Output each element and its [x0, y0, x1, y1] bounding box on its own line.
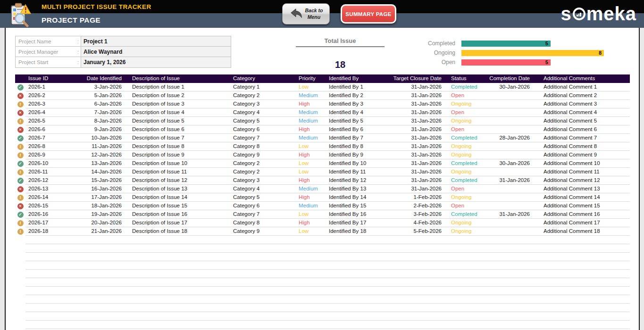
cell-description[interactable]: Description of Issue 16: [125, 210, 230, 219]
cell-description[interactable]: Description of Issue 12: [125, 176, 230, 185]
cell-priority[interactable]: Low: [296, 142, 326, 151]
cell-category[interactable]: Category 7: [230, 210, 296, 219]
cell-completion_date[interactable]: 30-Jan-2026: [489, 83, 533, 91]
cell-status[interactable]: Ongoing: [445, 227, 489, 236]
cell-comments[interactable]: Additional Comment 16: [533, 210, 630, 219]
cell-completion_date[interactable]: [489, 219, 533, 227]
cell-target_date[interactable]: 31-Jan-2026: [385, 100, 445, 108]
cell-target_date[interactable]: 31-Jan-2026: [385, 176, 445, 185]
cell-completion_date[interactable]: [489, 125, 533, 134]
cell-status[interactable]: Ongoing: [445, 117, 489, 125]
cell-id[interactable]: 2026-6: [25, 125, 69, 134]
cell-completion_date[interactable]: [489, 185, 533, 193]
cell-status[interactable]: Completed: [445, 176, 489, 185]
cell-description[interactable]: Description of Issue 15: [125, 202, 230, 210]
empty-row[interactable]: [25, 244, 630, 253]
empty-row[interactable]: [25, 321, 630, 329]
cell-priority[interactable]: Medium: [296, 185, 326, 193]
cell-comments[interactable]: Additional Comment 5: [533, 117, 630, 125]
cell-priority[interactable]: Low: [296, 210, 326, 219]
summary-page-button[interactable]: SUMMARY PAGE: [341, 4, 396, 24]
cell-date_identified[interactable]: 17-Jan-2026: [69, 193, 125, 202]
cell-comments[interactable]: Additional Comment 14: [533, 193, 630, 202]
cell-status[interactable]: Completed: [445, 83, 489, 91]
cell-completion_date[interactable]: 28-Jan-2026: [489, 134, 533, 142]
cell-comments[interactable]: Additional Comment 10: [533, 159, 630, 168]
cell-completion_date[interactable]: [489, 151, 533, 159]
cell-id[interactable]: 2026-12: [25, 176, 69, 185]
cell-category[interactable]: Category 4: [230, 185, 296, 193]
cell-description[interactable]: Description of Issue 2: [125, 91, 230, 100]
cell-description[interactable]: Description of Issue 10: [125, 159, 230, 168]
cell-category[interactable]: Category 6: [230, 125, 296, 134]
cell-category[interactable]: Category 5: [230, 117, 296, 125]
cell-id[interactable]: 2026-2: [25, 91, 69, 100]
cell-date_identified[interactable]: 18-Jan-2026: [69, 202, 125, 210]
empty-row[interactable]: [25, 304, 630, 312]
cell-comments[interactable]: Additional Comment 18: [533, 227, 630, 236]
cell-priority[interactable]: Medium: [296, 134, 326, 142]
cell-category[interactable]: Category 1: [230, 83, 296, 91]
cell-status[interactable]: Ongoing: [445, 219, 489, 227]
cell-category[interactable]: Category 2: [230, 91, 296, 100]
cell-date_identified[interactable]: 20-Jan-2026: [69, 219, 125, 227]
cell-target_date[interactable]: 31-Jan-2026: [385, 185, 445, 193]
cell-comments[interactable]: Additional Comment 9: [533, 151, 630, 159]
cell-target_date[interactable]: 31-Jan-2026: [385, 159, 445, 168]
cell-priority[interactable]: High: [296, 125, 326, 134]
cell-description[interactable]: Description of Issue 5: [125, 117, 230, 125]
cell-date_identified[interactable]: 14-Jan-2026: [69, 168, 125, 176]
cell-target_date[interactable]: 31-Jan-2026: [385, 151, 445, 159]
cell-category[interactable]: Category 8: [230, 142, 296, 151]
cell-date_identified[interactable]: 8-Jan-2026: [69, 117, 125, 125]
cell-priority[interactable]: Low: [296, 83, 326, 91]
cell-completion_date[interactable]: [489, 117, 533, 125]
cell-comments[interactable]: Additional Comment 4: [533, 108, 630, 117]
cell-completion_date[interactable]: 30-Jan-2026: [489, 159, 533, 168]
cell-comments[interactable]: Additional Comment 3: [533, 100, 630, 108]
project-info-value[interactable]: Alice Waynard: [81, 47, 231, 57]
cell-category[interactable]: Category 2: [230, 159, 296, 168]
project-info-value[interactable]: January 1, 2026: [81, 57, 231, 67]
cell-identified_by[interactable]: Identified By 5: [326, 117, 385, 125]
cell-description[interactable]: Description of Issue 11: [125, 168, 230, 176]
cell-status[interactable]: Completed: [445, 210, 489, 219]
cell-id[interactable]: 2026-5: [25, 117, 69, 125]
empty-row[interactable]: [25, 236, 630, 244]
cell-target_date[interactable]: 2-Feb-2026: [385, 202, 445, 210]
cell-comments[interactable]: Additional Comment 2: [533, 91, 630, 100]
cell-description[interactable]: Description of Issue 4: [125, 108, 230, 117]
cell-id[interactable]: 2026-4: [25, 108, 69, 117]
cell-target_date[interactable]: 4-Feb-2026: [385, 219, 445, 227]
cell-identified_by[interactable]: Identified By 10: [326, 159, 385, 168]
cell-description[interactable]: Description of Issue 7: [125, 134, 230, 142]
cell-comments[interactable]: Additional Comment 6: [533, 125, 630, 134]
cell-category[interactable]: Category 8: [230, 219, 296, 227]
cell-target_date[interactable]: 31-Jan-2026: [385, 83, 445, 91]
cell-identified_by[interactable]: Identified By 11: [326, 168, 385, 176]
empty-row[interactable]: [25, 261, 630, 270]
cell-completion_date[interactable]: [489, 142, 533, 151]
cell-id[interactable]: 2026-16: [25, 210, 69, 219]
cell-target_date[interactable]: 31-Jan-2026: [385, 142, 445, 151]
cell-comments[interactable]: Additional Comment 1: [533, 83, 630, 91]
cell-completion_date[interactable]: [489, 193, 533, 202]
empty-row[interactable]: [25, 278, 630, 287]
cell-description[interactable]: Description of Issue 1: [125, 83, 230, 91]
cell-target_date[interactable]: 31-Jan-2026: [385, 125, 445, 134]
cell-status[interactable]: Open: [445, 185, 489, 193]
cell-description[interactable]: Description of Issue 13: [125, 185, 230, 193]
cell-identified_by[interactable]: Identified By 14: [326, 193, 385, 202]
cell-target_date[interactable]: 1-Feb-2026: [385, 193, 445, 202]
cell-identified_by[interactable]: Identified By 6: [326, 125, 385, 134]
cell-description[interactable]: Description of Issue 17: [125, 219, 230, 227]
cell-priority[interactable]: High: [296, 151, 326, 159]
cell-status[interactable]: Ongoing: [445, 100, 489, 108]
cell-date_identified[interactable]: 15-Jan-2026: [69, 176, 125, 185]
cell-target_date[interactable]: 31-Jan-2026: [385, 134, 445, 142]
cell-identified_by[interactable]: Identified By 15: [326, 202, 385, 210]
cell-date_identified[interactable]: 21-Jan-2026: [69, 227, 125, 236]
cell-identified_by[interactable]: Identified By 12: [326, 176, 385, 185]
project-info-value[interactable]: Project 1: [81, 36, 231, 46]
cell-status[interactable]: Open: [445, 91, 489, 100]
